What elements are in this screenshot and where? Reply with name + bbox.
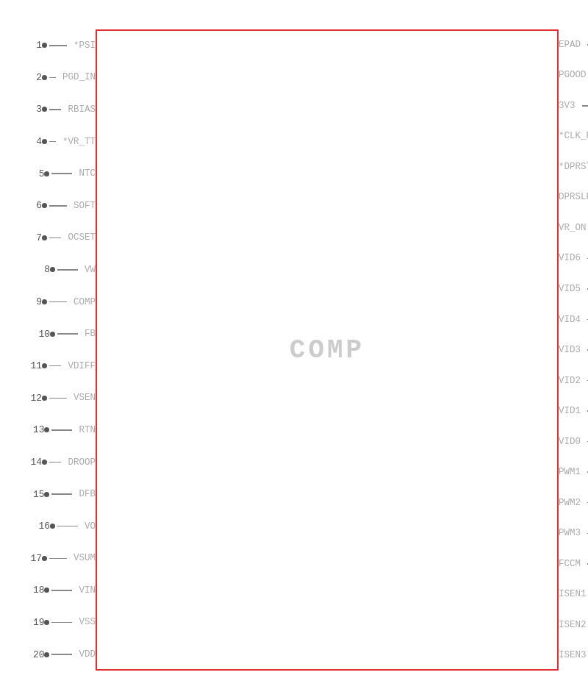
- chip-label: COMP: [290, 335, 365, 365]
- pin-number: 3: [26, 104, 42, 115]
- pin-row: 22ISEN2: [559, 610, 588, 640]
- pin-label: PGOOD: [559, 70, 587, 80]
- pin-label: ISEN2: [559, 620, 587, 630]
- pin-number: 12: [26, 393, 42, 404]
- pin-row: 14DROOP: [26, 446, 96, 479]
- pin-row: 21ISEN3: [559, 640, 588, 671]
- pin-row: 38*CLK_EN: [559, 121, 588, 152]
- pin-line: [49, 558, 67, 560]
- pin-row: 8VW: [26, 254, 96, 286]
- pin-dot: [44, 171, 49, 176]
- pin-row: 17VSUM: [26, 543, 96, 575]
- pin-label: VID3: [559, 345, 581, 355]
- pin-label: PWM3: [559, 528, 581, 538]
- pin-line: [51, 429, 72, 431]
- pin-dot: [42, 460, 47, 465]
- pin-dot: [42, 43, 47, 48]
- pin-line: [57, 526, 78, 527]
- pin-number: 10: [34, 329, 50, 340]
- pin-line: [51, 590, 72, 591]
- pin-row: 30VID2: [559, 365, 588, 396]
- pin-row: 19VSS: [26, 607, 96, 639]
- pin-row: 25PWM3: [559, 518, 588, 549]
- pin-number: 5: [28, 168, 44, 179]
- pin-row: 35VR_ON: [559, 213, 588, 243]
- pin-number: 14: [26, 457, 42, 468]
- pin-dot: [42, 139, 47, 144]
- pin-row: 32VID4: [559, 304, 588, 335]
- pin-row: 26PWM2: [559, 488, 588, 518]
- pin-label: VID0: [559, 437, 581, 447]
- pin-number: 1: [26, 40, 42, 51]
- pin-label: FCCM: [559, 559, 581, 569]
- pins-right: 41EPAD40PGOOD393V338*CLK_EN37*DPRSTP36DP…: [559, 29, 588, 671]
- pin-label: *PSI: [74, 40, 96, 51]
- pin-number: 13: [28, 424, 44, 435]
- pin-label: *VR_TT: [62, 137, 96, 147]
- pin-label: 3V3: [559, 101, 576, 111]
- pin-line: [582, 105, 588, 107]
- pin-row: 393V3: [559, 90, 588, 121]
- pin-row: 31VID3: [559, 335, 588, 365]
- pin-row: 33VID5: [559, 274, 588, 304]
- pin-number: 6: [26, 200, 42, 211]
- pin-row: 34VID6: [559, 243, 588, 274]
- pin-number: 7: [26, 232, 42, 243]
- pin-label: VSEN: [74, 393, 96, 403]
- pin-label: VID4: [559, 315, 581, 325]
- pin-dot: [42, 235, 47, 240]
- pin-label: VDIFF: [68, 361, 96, 371]
- pin-label: VID1: [559, 406, 581, 416]
- pins-left: 1*PSI2PGD_IN3RBIAS4*VR_TT5NTC6SOFT7OCSET…: [26, 29, 96, 671]
- pin-dot: [50, 332, 55, 337]
- pin-row: 29VID1: [559, 396, 588, 426]
- pin-row: 36DPRSLPVR: [559, 182, 588, 213]
- pin-label: DPRSLPVR: [559, 192, 588, 202]
- pin-dot: [42, 75, 47, 80]
- pin-dot: [44, 492, 49, 497]
- pin-row: 10FB: [26, 318, 96, 350]
- pin-line: [49, 238, 61, 239]
- pin-label: VID5: [559, 284, 581, 294]
- pin-row: 41EPAD: [559, 29, 588, 60]
- pin-line: [49, 365, 61, 367]
- pin-label: PGD_IN: [62, 72, 96, 82]
- pin-number: 18: [28, 585, 44, 596]
- pin-dot: [50, 524, 55, 529]
- pin-dot: [42, 396, 47, 401]
- pin-label: VID6: [559, 253, 581, 263]
- pin-line: [49, 109, 61, 110]
- pin-label: NTC: [79, 168, 96, 179]
- pin-dot: [42, 556, 47, 561]
- pin-line: [51, 173, 72, 174]
- pin-label: COMP: [74, 297, 96, 307]
- pin-label: VID2: [559, 376, 581, 386]
- pin-row: 16VO: [26, 510, 96, 543]
- pin-row: 13RTN: [26, 414, 96, 446]
- pin-line: [57, 269, 78, 271]
- pin-dot: [42, 363, 47, 368]
- pin-line: [49, 141, 56, 143]
- pin-number: 20: [28, 649, 44, 660]
- pin-label: SOFT: [74, 201, 96, 211]
- pin-line: [49, 398, 67, 399]
- pin-label: *DPRSTP: [559, 162, 588, 172]
- pin-dot: [42, 299, 47, 304]
- pin-row: 24FCCM: [559, 549, 588, 579]
- pin-label: ISEN1: [559, 589, 587, 599]
- pin-dot: [42, 107, 47, 112]
- pin-line: [57, 333, 78, 335]
- pin-line: [51, 654, 72, 655]
- pin-row: 27PWM1: [559, 457, 588, 488]
- pin-number: 15: [28, 489, 44, 500]
- pin-dot: [44, 652, 49, 657]
- pin-row: 40PGOOD: [559, 60, 588, 91]
- pin-row: 4*VR_TT: [26, 126, 96, 158]
- pin-label: RTN: [79, 425, 96, 435]
- pin-label: FB: [85, 329, 96, 339]
- pin-label: OCSET: [68, 232, 96, 243]
- pin-label: VSUM: [74, 553, 96, 563]
- pin-row: 18VIN: [26, 574, 96, 607]
- pin-dot: [44, 427, 49, 432]
- chip-container: COMP 1*PSI2PGD_IN3RBIAS4*VR_TT5NTC6SOFT7…: [96, 29, 559, 671]
